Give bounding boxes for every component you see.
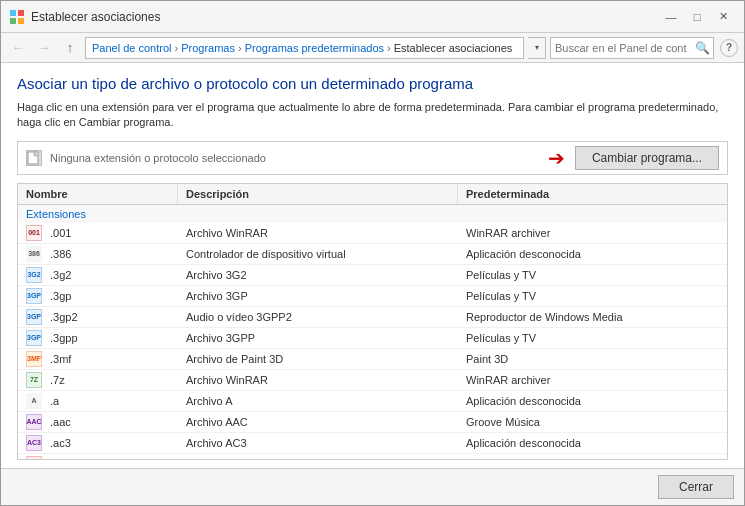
window-title: Establecer asociaciones [31,10,658,24]
search-box: 🔍 [550,37,714,59]
svg-rect-0 [10,10,16,16]
page-description: Haga clic en una extensión para ver el p… [17,100,728,131]
file-type-icon: 386 [26,246,42,262]
table-row[interactable]: 001 .001 Archivo WinRAR WinRAR archiver [18,223,727,244]
file-type-icon: 3GP [26,288,42,304]
cell-name: A .a [18,391,178,411]
change-program-button[interactable]: Cambiar programa... [575,146,719,170]
table-row[interactable]: 386 .386 Controlador de dispositivo virt… [18,244,727,265]
cell-description: Controlador de dispositivo virtual [178,244,458,264]
table-row[interactable]: 3GP .3gpp Archivo 3GPP Películas y TV [18,328,727,349]
cell-default: Aplicación desconocida [458,433,727,453]
breadcrumb: Panel de control › Programas › Programas… [85,37,524,59]
cell-description: Archivo AAC [178,412,458,432]
svg-rect-2 [10,18,16,24]
cell-default: Películas y TV [458,265,727,285]
cell-name: 3MF .3mf [18,349,178,369]
table-header: Nombre Descripción Predeterminada [18,184,727,205]
section-header-extensions: Extensiones [18,205,727,223]
cell-description: Archivo AC3 [178,433,458,453]
minimize-button[interactable]: — [658,7,684,27]
header-default[interactable]: Predeterminada [458,184,727,204]
cell-default: Películas y TV [458,286,727,306]
svg-rect-1 [18,10,24,16]
file-type-icon: ACC [26,456,42,459]
file-type-icon: 3GP [26,330,42,346]
cell-description: Archivo de Paint 3D [178,349,458,369]
cell-name: 3G2 .3g2 [18,265,178,285]
breadcrumb-programas-pred[interactable]: Programas predeterminados [245,42,384,54]
svg-rect-3 [18,18,24,24]
bottom-bar: Cerrar [1,468,744,505]
cell-description: Archivo 3GP [178,286,458,306]
page-title: Asociar un tipo de archivo o protocolo c… [17,75,728,92]
help-button[interactable]: ? [720,39,738,57]
selection-text: Ninguna extensión o protocolo selecciona… [50,152,548,164]
title-bar: Establecer asociaciones — □ ✕ [1,1,744,33]
breadcrumb-panel-control[interactable]: Panel de control [92,42,172,54]
file-type-icon: 3G2 [26,267,42,283]
file-type-icon: 3MF [26,351,42,367]
cell-name: 3GP .3gp [18,286,178,306]
cell-default: Películas y TV [458,328,727,348]
cell-name: ACC .accda [18,454,178,459]
file-type-icon: 3GP [26,309,42,325]
address-bar: ← → ↑ Panel de control › Programas › Pro… [1,33,744,63]
close-button[interactable]: ✕ [710,7,736,27]
cell-default: Groove Música [458,412,727,432]
table-row[interactable]: A .a Archivo A Aplicación desconocida [18,391,727,412]
breadcrumb-programas[interactable]: Programas [181,42,235,54]
cell-description: Archivo 3GPP [178,328,458,348]
back-button[interactable]: ← [7,37,29,59]
cell-name: 7Z .7z [18,370,178,390]
cell-description: Archivo A [178,391,458,411]
cell-default: WinRAR archiver [458,223,727,243]
cell-description: Archivo WinRAR [178,223,458,243]
file-type-icon: AC3 [26,435,42,451]
file-icon [26,150,42,166]
content-area: Asociar un tipo de archivo o protocolo c… [1,63,744,468]
window-icon [9,9,25,25]
breadcrumb-current: Establecer asociaciones [394,42,513,54]
table-row[interactable]: 7Z .7z Archivo WinRAR WinRAR archiver [18,370,727,391]
maximize-button[interactable]: □ [684,7,710,27]
breadcrumb-dropdown[interactable]: ▾ [528,37,546,59]
cell-name: 386 .386 [18,244,178,264]
main-window: Establecer asociaciones — □ ✕ ← → ↑ Pane… [0,0,745,506]
search-button[interactable]: 🔍 [691,38,713,58]
cell-name: AC3 .ac3 [18,433,178,453]
cell-default: Access (escritorio) [458,454,727,459]
cell-default: Aplicación desconocida [458,244,727,264]
table-row[interactable]: 3G2 .3g2 Archivo 3G2 Películas y TV [18,265,727,286]
table-row[interactable]: 3GP .3gp2 Audio o vídeo 3GPP2 Reproducto… [18,307,727,328]
cell-description: Archivo 3G2 [178,265,458,285]
table-row[interactable]: AC3 .ac3 Archivo AC3 Aplicación desconoc… [18,433,727,454]
file-type-icon: 7Z [26,372,42,388]
cell-name: 3GP .3gpp [18,328,178,348]
cell-name: 001 .001 [18,223,178,243]
cell-default: Reproductor de Windows Media [458,307,727,327]
file-type-icon: A [26,393,42,409]
close-window-button[interactable]: Cerrar [658,475,734,499]
file-type-icon: AAC [26,414,42,430]
file-type-icon: 001 [26,225,42,241]
arrow-icon: ➔ [548,146,565,170]
header-name[interactable]: Nombre [18,184,178,204]
forward-button[interactable]: → [33,37,55,59]
table-row[interactable]: 3MF .3mf Archivo de Paint 3D Paint 3D [18,349,727,370]
table-body[interactable]: Extensiones 001 .001 Archivo WinRAR WinR… [18,205,727,459]
file-associations-table: Nombre Descripción Predeterminada Extens… [17,183,728,460]
cell-description: Microsoft Access Add-in [178,454,458,459]
cell-default: Paint 3D [458,349,727,369]
svg-rect-4 [28,152,38,164]
search-input[interactable] [551,38,691,58]
table-row[interactable]: 3GP .3gp Archivo 3GP Películas y TV [18,286,727,307]
up-button[interactable]: ↑ [59,37,81,59]
cell-description: Archivo WinRAR [178,370,458,390]
table-row[interactable]: ACC .accda Microsoft Access Add-in Acces… [18,454,727,459]
header-description[interactable]: Descripción [178,184,458,204]
cell-default: WinRAR archiver [458,370,727,390]
table-row[interactable]: AAC .aac Archivo AAC Groove Música [18,412,727,433]
selection-bar: Ninguna extensión o protocolo selecciona… [17,141,728,175]
cell-description: Audio o vídeo 3GPP2 [178,307,458,327]
